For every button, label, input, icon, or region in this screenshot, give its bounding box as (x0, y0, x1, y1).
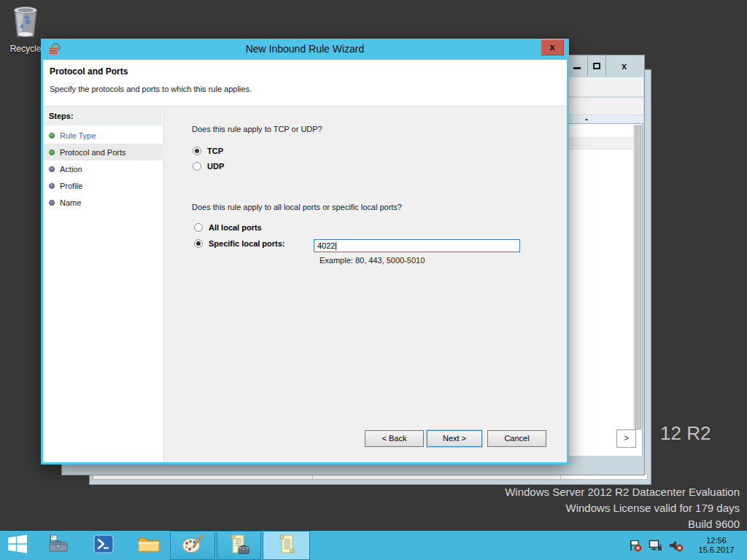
close-window-button[interactable]: x (605, 55, 642, 77)
start-button[interactable] (0, 531, 35, 560)
paint-icon (182, 534, 204, 556)
license-text: Windows Server 2012 R2 Datacenter Evalua… (505, 484, 740, 532)
ports-example-text: Example: 80, 443, 5000-5010 (320, 256, 425, 265)
desktop: Recycle 12 R2 Windows Server 2012 R2 Dat… (0, 0, 747, 560)
udp-radio-label[interactable]: UDP (207, 162, 224, 171)
recycle-bin-icon (9, 29, 42, 42)
all-local-ports-label[interactable]: All local ports (209, 223, 262, 232)
mmc-console-toolbox-button[interactable] (217, 531, 261, 560)
steps-header: Steps: (43, 106, 163, 125)
step-pending-bullet-icon (49, 200, 55, 206)
taskbar: 12:56 15.6.2017 (0, 531, 747, 560)
wizard-body: Protocol and Ports Specify the protocols… (43, 60, 567, 462)
console-scroll-icon (277, 534, 296, 557)
tray-date: 15.6.2017 (690, 545, 743, 555)
tcp-radio-label[interactable]: TCP (207, 147, 223, 155)
back-button[interactable]: < Back (365, 430, 424, 447)
minimize-icon (573, 67, 581, 69)
expand-arrow-button[interactable]: > (616, 429, 636, 448)
paint-app-button[interactable] (170, 531, 215, 560)
cancel-button[interactable]: Cancel (487, 430, 546, 447)
wizard-content: Does this rule apply to TCP or UDP? TCP … (165, 106, 567, 462)
steps-sidebar: Steps: Rule Type Protocol and Ports Acti… (43, 106, 164, 462)
windows-logo-icon (8, 534, 27, 556)
system-tray: 12:56 15.6.2017 (629, 531, 747, 560)
mmc-console-button-active[interactable] (263, 531, 310, 560)
text-caret (336, 242, 336, 250)
step-protocol-and-ports[interactable]: Protocol and Ports (43, 144, 163, 160)
step-done-bullet-icon (49, 149, 55, 155)
maximize-button[interactable] (587, 55, 605, 77)
step-name: Name (43, 194, 163, 211)
maximize-icon (593, 63, 600, 69)
step-action: Action (43, 160, 163, 177)
specific-ports-input[interactable]: 4022 (314, 239, 520, 252)
license-line-3: Build 9600 (505, 516, 740, 532)
server-manager-icon (47, 534, 69, 557)
step-pending-bullet-icon (49, 166, 55, 172)
wizard-close-button[interactable]: x (541, 39, 564, 55)
wizard-titlebar[interactable]: New Inbound Rule Wizard x (41, 39, 569, 60)
console-toolbox-icon (228, 534, 250, 557)
page-subtitle: Specify the protocols and ports to which… (50, 85, 252, 93)
specific-local-ports-label[interactable]: Specific local ports: (209, 239, 285, 248)
specific-local-ports-radio[interactable] (194, 239, 203, 248)
file-explorer-button[interactable] (134, 531, 163, 560)
tcp-radio[interactable] (193, 147, 201, 155)
network-icon[interactable] (649, 540, 662, 552)
step-rule-type[interactable]: Rule Type (43, 127, 163, 144)
powershell-button[interactable] (89, 531, 118, 560)
ports-question: Does this rule apply to all local ports … (192, 203, 402, 211)
close-icon: x (622, 55, 627, 77)
wizard-title: New Inbound Rule Wizard (41, 39, 569, 60)
folder-icon (138, 535, 160, 556)
new-inbound-rule-wizard: New Inbound Rule Wizard x Protocol and P… (41, 39, 569, 464)
tray-clock[interactable]: 12:56 15.6.2017 (690, 536, 743, 555)
server-manager-button[interactable] (44, 531, 73, 560)
step-pending-bullet-icon (49, 183, 55, 189)
powershell-icon (93, 534, 114, 556)
minimize-button[interactable] (566, 55, 587, 77)
step-done-bullet-icon (49, 133, 55, 139)
udp-radio[interactable] (193, 162, 201, 171)
license-line-2: Windows License valid for 179 days (505, 500, 740, 516)
next-button[interactable]: Next > (427, 430, 482, 447)
license-line-1: Windows Server 2012 R2 Datacenter Evalua… (505, 484, 740, 500)
page-title: Protocol and Ports (50, 66, 128, 77)
protocol-question: Does this rule apply to TCP or UDP? (192, 125, 322, 133)
os-watermark: 12 R2 (660, 422, 711, 445)
console-caption-buttons: x (566, 55, 642, 77)
action-center-flag-icon[interactable] (629, 539, 642, 552)
step-profile: Profile (43, 177, 163, 194)
all-local-ports-radio[interactable] (194, 223, 203, 232)
volume-muted-icon[interactable] (669, 540, 684, 552)
vertical-scrollbar[interactable] (633, 124, 642, 431)
tray-time: 12:56 (690, 536, 743, 545)
scrollbar-thumb[interactable] (635, 125, 641, 429)
